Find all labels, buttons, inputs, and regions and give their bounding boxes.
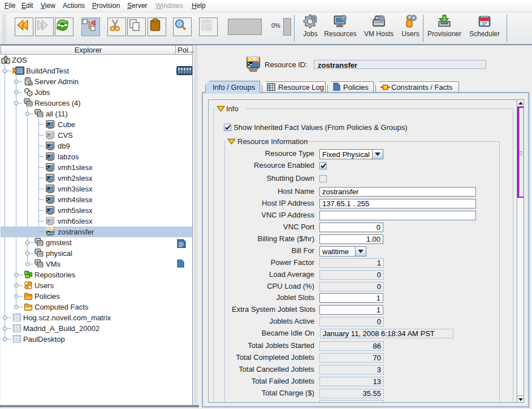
svg-text:OLD: OLD — [248, 56, 259, 62]
